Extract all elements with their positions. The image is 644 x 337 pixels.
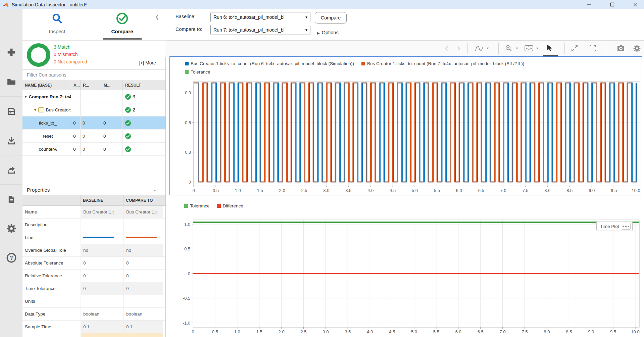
table-row[interactable]: reset000 bbox=[22, 130, 165, 143]
open-folder-icon[interactable] bbox=[0, 67, 22, 97]
compare-run-bar: Baseline: Run 6: tc4x_autosar_pil_model_… bbox=[165, 9, 644, 40]
svg-text:9.0: 9.0 bbox=[588, 329, 594, 334]
legend-difference-label[interactable]: Difference bbox=[223, 203, 243, 208]
snapshot-camera-icon[interactable] bbox=[615, 43, 627, 54]
match-count: 3 Match bbox=[54, 44, 70, 50]
svg-text:8.5: 8.5 bbox=[566, 188, 573, 193]
title-bar: Simulation Data Inspector - untitled* bbox=[0, 0, 644, 9]
not-compared-count: 0 Not compared bbox=[54, 59, 87, 64]
tolerance-value-cell bbox=[71, 90, 81, 103]
property-label: Sample Time bbox=[22, 321, 81, 333]
compare-to-label: Compare to: bbox=[176, 27, 202, 32]
close-button[interactable] bbox=[627, 0, 643, 9]
legend-tolerance-label[interactable]: Tolerance bbox=[190, 203, 210, 208]
properties-table-body: NameBus Creator:1.tBus Creator:1.tDescri… bbox=[22, 206, 165, 337]
property-label: Relative Tolerance bbox=[22, 270, 81, 282]
expander-arrow-icon[interactable]: ▾ bbox=[34, 108, 36, 112]
column-name-base[interactable]: NAME (BASE) bbox=[22, 80, 71, 90]
property-row[interactable]: NameBus Creator:1.tBus Creator:1.t bbox=[22, 206, 165, 219]
column-abs-tol[interactable]: A... bbox=[71, 80, 81, 90]
export-icon[interactable] bbox=[0, 155, 22, 185]
table-row[interactable]: ticks_to_000 bbox=[22, 116, 165, 130]
filter-comparisons-input[interactable] bbox=[22, 70, 165, 80]
tab-compare[interactable]: Compare bbox=[97, 12, 147, 34]
matlab-logo-icon bbox=[3, 2, 9, 7]
svg-text:6.5: 6.5 bbox=[478, 188, 484, 193]
pan-icon[interactable] bbox=[523, 43, 535, 54]
tolerance-value-cell: 0 bbox=[81, 116, 101, 129]
help-icon[interactable]: ? bbox=[0, 243, 22, 272]
column-rel-tol[interactable]: R... bbox=[81, 80, 101, 90]
collapse-panel-icon[interactable]: ❮ bbox=[155, 14, 159, 20]
next-arrow-icon[interactable] bbox=[453, 43, 464, 54]
svg-text:4.5: 4.5 bbox=[390, 188, 396, 193]
svg-text:1.5: 1.5 bbox=[257, 188, 263, 193]
property-row[interactable]: RunRun 6: tc4x_auRun 7: tc4x_au bbox=[22, 333, 165, 337]
column-max-diff[interactable]: M... bbox=[101, 80, 123, 90]
dropdown-caret-icon: ▼ bbox=[305, 28, 310, 32]
expander-arrow-icon[interactable]: ▾ bbox=[25, 95, 27, 99]
svg-text:1.0: 1.0 bbox=[234, 329, 240, 334]
property-row[interactable]: Line bbox=[22, 231, 165, 244]
result-count: 3 bbox=[133, 94, 135, 99]
comparison-plot-panel[interactable]: Bus Creator:1.ticks_to_count (Run 6: tc4… bbox=[169, 56, 642, 195]
dropdown-caret-icon[interactable]: ▼ bbox=[536, 47, 539, 50]
svg-text:9.5: 9.5 bbox=[611, 188, 617, 193]
table-row[interactable]: ▾Compare Run 7: tc4x_autosar_p3 bbox=[22, 90, 165, 103]
compare-button[interactable]: Compare bbox=[315, 12, 347, 23]
baseline-compare-plot[interactable]: 00.51.01.52.02.53.03.54.04.55.05.56.06.5… bbox=[170, 57, 642, 195]
properties-title: Properties bbox=[27, 187, 50, 193]
svg-text:10.0: 10.0 bbox=[631, 329, 639, 334]
zoom-in-icon[interactable] bbox=[503, 43, 514, 54]
baseline-dropdown[interactable]: Run 6: tc4x_autosar_pil_model_bl ▼ bbox=[210, 12, 310, 22]
expand-icon[interactable] bbox=[569, 43, 580, 54]
comparison-table-body: ▾Compare Run 7: tc4x_autosar_p3▾Bus Crea… bbox=[22, 90, 165, 156]
property-row[interactable]: Absolute Tolerance00 bbox=[22, 257, 165, 270]
property-row[interactable]: Description bbox=[22, 219, 165, 231]
result-count: 2 bbox=[133, 107, 135, 112]
property-row[interactable]: Time Tolerance00 bbox=[22, 282, 165, 295]
pointer-cursor-icon[interactable] bbox=[544, 43, 555, 54]
svg-text:2.5: 2.5 bbox=[301, 188, 307, 193]
properties-header[interactable]: Properties ⌄ bbox=[22, 184, 165, 195]
compare-to-dropdown[interactable]: Run 7: tc4x_autosar_pil_model_bl ▼ bbox=[210, 25, 310, 35]
property-row[interactable]: Override Global Tolenono bbox=[22, 244, 165, 257]
report-icon[interactable] bbox=[0, 185, 22, 214]
svg-text:4.0: 4.0 bbox=[367, 329, 373, 334]
property-row[interactable]: Data Typebooleanboolean bbox=[22, 308, 165, 321]
dropdown-caret-icon[interactable]: ▼ bbox=[486, 47, 489, 50]
save-icon[interactable] bbox=[0, 97, 22, 126]
comparison-summary: 3 Match 0 Mismatch 0 Not compared [+] Mo… bbox=[22, 40, 165, 69]
svg-text:5.0: 5.0 bbox=[412, 188, 418, 193]
chevron-down-icon[interactable]: ⌄ bbox=[153, 187, 157, 192]
prev-arrow-icon[interactable] bbox=[441, 43, 453, 54]
difference-plot-panel[interactable]: Tolerance Difference 00.51.01.52.02.53.0… bbox=[169, 201, 644, 337]
difference-plot[interactable]: 00.51.01.52.02.53.03.54.04.55.05.56.06.5… bbox=[169, 211, 644, 337]
table-row[interactable]: counterA000 bbox=[22, 143, 165, 156]
plus-icon[interactable] bbox=[0, 38, 22, 67]
minimize-button[interactable] bbox=[581, 0, 596, 9]
property-label: Run bbox=[22, 333, 81, 337]
more-link[interactable]: [+] More bbox=[139, 60, 156, 65]
time-plot-label: Time Plot bbox=[600, 224, 619, 229]
tab-inspect[interactable]: Inspect bbox=[32, 12, 82, 34]
svg-text:4.0: 4.0 bbox=[367, 188, 374, 193]
active-tab-underline bbox=[103, 38, 142, 40]
property-row[interactable]: Units bbox=[22, 295, 165, 308]
gear-icon[interactable] bbox=[0, 214, 22, 243]
options-toggle[interactable]: ▶Options bbox=[317, 30, 339, 35]
signal-trace-icon[interactable] bbox=[474, 43, 485, 54]
maximize-button[interactable] bbox=[604, 0, 620, 9]
fullscreen-icon[interactable] bbox=[587, 43, 598, 54]
table-row[interactable]: ▾Bus Creator:12 bbox=[22, 103, 165, 116]
property-row[interactable]: Relative Tolerance00 bbox=[22, 270, 165, 282]
more-options-dots-icon[interactable]: ●●● bbox=[622, 223, 631, 230]
import-icon[interactable] bbox=[0, 126, 22, 155]
time-plot-badge[interactable]: Time Plot ●●● bbox=[596, 222, 633, 231]
property-row[interactable]: Sample Time0.10.1 bbox=[22, 321, 165, 333]
dropdown-caret-icon[interactable]: ▼ bbox=[515, 47, 518, 50]
pass-check-icon bbox=[125, 146, 131, 152]
column-result[interactable]: RESULT bbox=[123, 80, 165, 90]
gear-icon[interactable] bbox=[631, 43, 643, 54]
svg-text:10.0: 10.0 bbox=[632, 188, 640, 193]
